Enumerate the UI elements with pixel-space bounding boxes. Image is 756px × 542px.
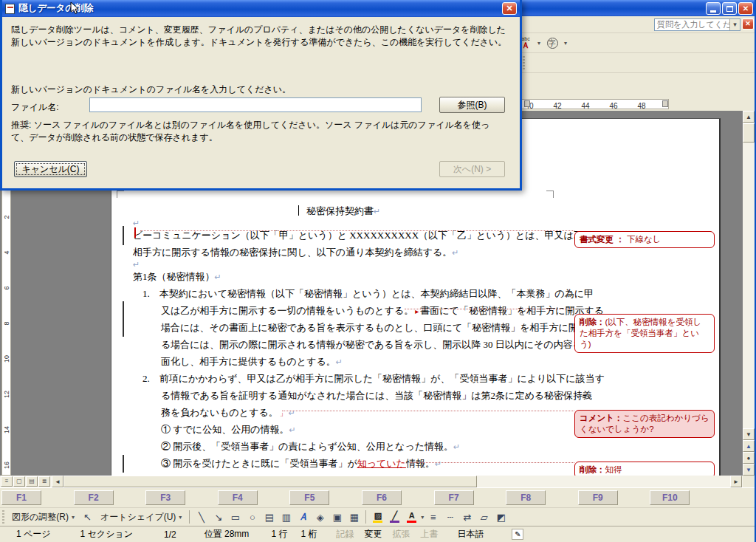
chevron-down-icon[interactable]: ▾ [421,514,424,521]
right-indent-marker[interactable] [662,100,668,107]
revision-balloon[interactable]: コメント：ここの表記わかりづらくないでしょうか? [574,410,715,438]
document-line[interactable]: ③ 開示を受けたときに既に「受領当事者」が知っていた情報。↵ [133,455,554,472]
wordart-icon[interactable]: Ａ [295,510,311,525]
fkey-button[interactable]: F6 [362,490,402,505]
status-mode-toggle[interactable]: 拡張 [392,528,410,541]
balloon-label: コメント： [580,414,623,422]
select-objects-icon[interactable]: ↖ [80,510,95,525]
revision-balloon[interactable]: 削除：(以下、秘密情報を受領した相手方を「受領当事者」という) [574,314,715,353]
fkey-button[interactable]: F5 [289,490,329,505]
document-line[interactable]: ↵ [133,261,554,268]
line-icon[interactable]: ╲ [193,510,209,525]
question-box[interactable]: 質問を入力してください ▾ [654,18,740,31]
indent-marker[interactable] [524,100,530,107]
toolbar-grip[interactable] [2,510,4,524]
scrollbar-thumb[interactable] [743,123,755,143]
fkey-button[interactable]: F1 [1,490,41,505]
oval-icon[interactable]: ○ [244,510,260,525]
autoshape-menu[interactable]: オートシェイプ(U)▾ [97,510,185,525]
revision-balloon[interactable]: 書式変更 ： 下線なし [574,231,715,248]
arrow-style-icon[interactable]: ⇄ [459,510,475,525]
chevron-down-icon[interactable]: ▾ [562,40,569,47]
document-line[interactable]: ビーコミュニケーション（以下「甲」という）と XXXXXXXXXX（以下「乙」と… [133,227,554,244]
arrow-icon[interactable]: ↘ [210,510,226,525]
balloon-text: 下線なし [627,235,662,244]
vertical-scrollbar[interactable]: ▲ ▼ ▲ ● ▼ [743,111,755,476]
enclose-character-icon[interactable]: 字 [543,35,561,51]
minimize-button[interactable] [706,2,721,15]
shape-adjust-menu[interactable]: 図形の調整(R)▾ [8,510,78,525]
document-line[interactable]: 場合には、その書面上に秘密である旨を表示するものとし、口頭にて「秘密情報」を相手… [133,319,554,336]
status-mode-toggle[interactable]: 変更 [364,528,382,541]
normal-view-button[interactable]: ≡ [1,476,13,487]
toolbar-grip[interactable] [523,56,525,69]
document-line[interactable]: 相手方に開示する情報の秘密保持に関し、以下の通り本契約を締結する。↵ [133,244,554,261]
revision-balloon[interactable]: 削除：知得 [574,462,715,476]
vertical-textbox-icon[interactable]: ▥ [278,510,294,525]
document-line[interactable]: 秘密保持契約書↵ [133,202,554,219]
dialog-title: 隠しデータの削除 [18,2,502,15]
close-document-button[interactable]: ✕ [742,18,754,30]
shadow-style-icon[interactable]: ▱ [476,510,492,525]
document-line[interactable]: 第1条（秘密情報）↵ [133,268,554,285]
text-boundary-mark [546,191,554,198]
scroll-up-button[interactable]: ▲ [743,111,755,123]
scroll-down-button[interactable]: ▼ [743,428,755,440]
document-line[interactable]: ↵ [133,219,554,227]
word-application-window: ✕ 質問を入力してください ▾ ✕ abcＡ▾字▾ 4042444648 246… [0,0,756,542]
font-color-icon[interactable]: A [404,510,419,525]
status-mode-toggle[interactable]: 記録 [336,528,354,541]
document-line[interactable]: 務を負わないものとする。」↵ [133,404,554,421]
scroll-right-button[interactable]: ► [730,476,742,487]
document-line[interactable]: る情報である旨を証明する通知がなされた場合には、当該「秘密情報」は第2条に定める… [133,387,554,404]
fkey-button[interactable]: F9 [578,490,618,505]
print-layout-button[interactable]: ▤ [26,476,38,487]
change-bar [123,301,124,337]
fkey-button[interactable]: F10 [650,490,690,505]
dialog-close-button[interactable]: ✕ [502,2,517,15]
fkey-button[interactable]: F3 [145,490,185,505]
previous-page-button[interactable]: ▲ [743,440,755,452]
line-color-icon[interactable]: ╱ [387,510,402,525]
chevron-down-icon[interactable]: ▾ [535,40,543,47]
close-button[interactable]: ✕ [738,2,753,15]
picture-icon[interactable]: ▦ [346,510,362,525]
line-style-icon[interactable]: ≡ [425,510,441,525]
cancel-button[interactable]: キャンセル(C) [14,161,87,177]
fkey-button[interactable]: F8 [506,490,546,505]
clipart-icon[interactable]: ▣ [329,510,345,525]
fkey-button[interactable]: F2 [74,490,114,505]
horizontal-scrollbar[interactable]: ≡▢▤≣ ◄ ► [0,476,743,487]
status-mode-toggle[interactable]: 上書 [420,528,438,541]
document-line[interactable]: る場合には、開示の際に開示される情報が秘密である旨を示し、開示以降 30 日以内… [133,336,554,353]
rectangle-icon[interactable]: ▭ [227,510,243,525]
scrollbar-thumb[interactable] [63,476,477,487]
document-line[interactable]: 1. 本契約において秘密情報（以下「秘密情報」という）とは、本契約締結日以降、「… [133,285,554,302]
filename-input[interactable] [89,97,422,112]
ruler-number: 8 [3,320,10,328]
maximize-button[interactable] [722,2,737,15]
threed-style-icon[interactable]: ◩ [493,510,509,525]
select-browse-object-button[interactable]: ● [743,452,755,464]
dialog-titlebar[interactable]: 隠しデータの削除 ✕ [2,0,520,17]
chevron-down-icon[interactable]: ▾ [729,19,740,30]
browse-button[interactable]: 参照(B) [439,97,505,113]
next-page-button[interactable]: ▼ [743,464,755,476]
scroll-left-button[interactable]: ◄ [52,476,63,487]
dash-style-icon[interactable]: ┄ [442,510,458,525]
fkey-button[interactable]: F7 [434,490,474,505]
document-line[interactable]: 2. 前項にかかわらず、甲又は乙が相手方に開示した「秘密情報」が、「受領当事者」… [133,370,554,387]
document-line[interactable]: 又は乙が相手方に開示する一切の情報をいうものとする。▸書面にて「秘密情報」を相手… [133,302,554,319]
filename-label: ファイル名: [11,101,58,114]
outline-view-button[interactable]: ≣ [38,476,50,487]
next-button[interactable]: 次へ(N) > [439,161,505,177]
document-line[interactable]: 面化し、相手方に提供するものとする。↵ [133,353,554,370]
diagram-icon[interactable]: ◈ [312,510,328,525]
document-line[interactable]: ② 開示後、「受領当事者」の責によらず公知、公用となった情報。↵ [133,438,554,455]
document-line[interactable]: ① すでに公知、公用の情報。↵ [133,421,554,438]
web-layout-button[interactable]: ▢ [13,476,25,487]
textbox-icon[interactable]: ▤ [261,510,277,525]
fill-color-icon[interactable]: ▨ [370,510,385,525]
document-text[interactable]: 秘密保持契約書↵↵ビーコミュニケーション（以下「甲」という）と XXXXXXXX… [133,202,554,472]
fkey-button[interactable]: F4 [218,490,258,505]
